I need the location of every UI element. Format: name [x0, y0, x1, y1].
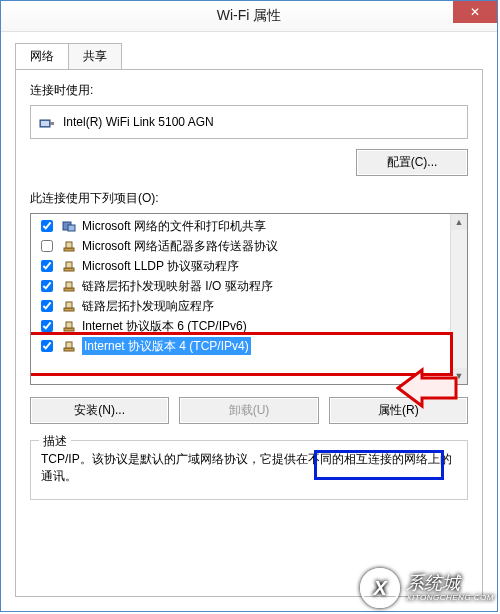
- button-row: 安装(N)... 卸载(U) 属性(R): [30, 397, 468, 424]
- tab-panel-network: 连接时使用: Intel(R) WiFi Link 5100 AGN 配置(C)…: [15, 69, 483, 597]
- watermark: X 系统城 XITONGCHENG.COM: [360, 568, 494, 608]
- client-area: 网络 共享 连接时使用: Intel(R) WiFi Link 5100 AGN…: [1, 32, 497, 611]
- svg-rect-1: [41, 121, 49, 126]
- watermark-text-en: XITONGCHENG.COM: [406, 594, 494, 603]
- window-title: Wi-Fi 属性: [217, 7, 282, 25]
- svg-rect-8: [66, 262, 72, 268]
- list-item-label: Microsoft 网络适配器多路传送器协议: [82, 237, 278, 255]
- list-item-label: Internet 协议版本 4 (TCP/IPv4): [82, 337, 251, 355]
- window-frame: Wi-Fi 属性 ✕ 网络 共享 连接时使用: Intel(R) WiFi Li…: [0, 0, 498, 612]
- svg-rect-6: [66, 242, 72, 248]
- uninstall-button: 卸载(U): [179, 397, 318, 424]
- list-item[interactable]: Internet 协议版本 4 (TCP/IPv4): [31, 336, 467, 356]
- protocol-icon: [62, 259, 76, 273]
- components-listbox[interactable]: Microsoft 网络的文件和打印机共享Microsoft 网络适配器多路传送…: [30, 213, 468, 385]
- adapter-name: Intel(R) WiFi Link 5100 AGN: [63, 115, 214, 129]
- svg-rect-14: [66, 322, 72, 328]
- watermark-text-cn: 系统城: [406, 574, 494, 594]
- list-item[interactable]: 链路层拓扑发现映射器 I/O 驱动程序: [31, 276, 467, 296]
- svg-rect-16: [66, 342, 72, 348]
- list-item-label: Microsoft 网络的文件和打印机共享: [82, 217, 266, 235]
- tab-sharing[interactable]: 共享: [68, 43, 122, 70]
- list-item-label: 链路层拓扑发现响应程序: [82, 297, 214, 315]
- description-legend: 描述: [39, 433, 71, 450]
- service-icon: [62, 219, 76, 233]
- svg-rect-2: [50, 122, 54, 125]
- close-icon: ✕: [470, 6, 480, 18]
- list-item-label: Microsoft LLDP 协议驱动程序: [82, 257, 239, 275]
- list-item-checkbox[interactable]: [41, 320, 53, 332]
- protocol-icon: [62, 339, 76, 353]
- scroll-down-button[interactable]: ▼: [451, 368, 467, 384]
- list-item[interactable]: Microsoft 网络的文件和打印机共享: [31, 216, 467, 236]
- description-group: 描述 TCP/IP。该协议是默认的广域网络协议，它提供在不同的相互连接的网络上的…: [30, 440, 468, 500]
- list-item-checkbox[interactable]: [41, 240, 53, 252]
- protocol-icon: [62, 239, 76, 253]
- list-item[interactable]: Microsoft 网络适配器多路传送器协议: [31, 236, 467, 256]
- description-text: TCP/IP。该协议是默认的广域网络协议，它提供在不同的相互连接的网络上的通讯。: [41, 451, 457, 485]
- list-item[interactable]: Microsoft LLDP 协议驱动程序: [31, 256, 467, 276]
- protocol-icon: [62, 299, 76, 313]
- connect-using-label: 连接时使用:: [30, 82, 468, 99]
- svg-rect-4: [68, 225, 75, 231]
- list-item-label: Internet 协议版本 6 (TCP/IPv6): [82, 317, 247, 335]
- properties-button[interactable]: 属性(R): [329, 397, 468, 424]
- network-adapter-icon: [39, 114, 55, 130]
- list-item-checkbox[interactable]: [41, 220, 53, 232]
- protocol-icon: [62, 279, 76, 293]
- close-button[interactable]: ✕: [453, 1, 497, 23]
- tabs: 网络 共享: [15, 43, 483, 70]
- install-button[interactable]: 安装(N)...: [30, 397, 169, 424]
- items-label: 此连接使用下列项目(O):: [30, 190, 468, 207]
- list-item-checkbox[interactable]: [41, 340, 53, 352]
- svg-rect-10: [66, 282, 72, 288]
- list-item[interactable]: 链路层拓扑发现响应程序: [31, 296, 467, 316]
- list-item-checkbox[interactable]: [41, 280, 53, 292]
- scroll-up-button[interactable]: ▲: [451, 214, 467, 230]
- adapter-box: Intel(R) WiFi Link 5100 AGN: [30, 105, 468, 139]
- list-item-label: 链路层拓扑发现映射器 I/O 驱动程序: [82, 277, 273, 295]
- watermark-logo-icon: X: [360, 568, 400, 608]
- titlebar: Wi-Fi 属性 ✕: [1, 1, 497, 32]
- protocol-icon: [62, 319, 76, 333]
- list-item-checkbox[interactable]: [41, 300, 53, 312]
- tab-network[interactable]: 网络: [15, 43, 69, 70]
- scrollbar-vertical[interactable]: ▲ ▼: [450, 214, 467, 384]
- configure-button[interactable]: 配置(C)...: [356, 149, 468, 176]
- list-item[interactable]: Internet 协议版本 6 (TCP/IPv6): [31, 316, 467, 336]
- list-item-checkbox[interactable]: [41, 260, 53, 272]
- svg-rect-12: [66, 302, 72, 308]
